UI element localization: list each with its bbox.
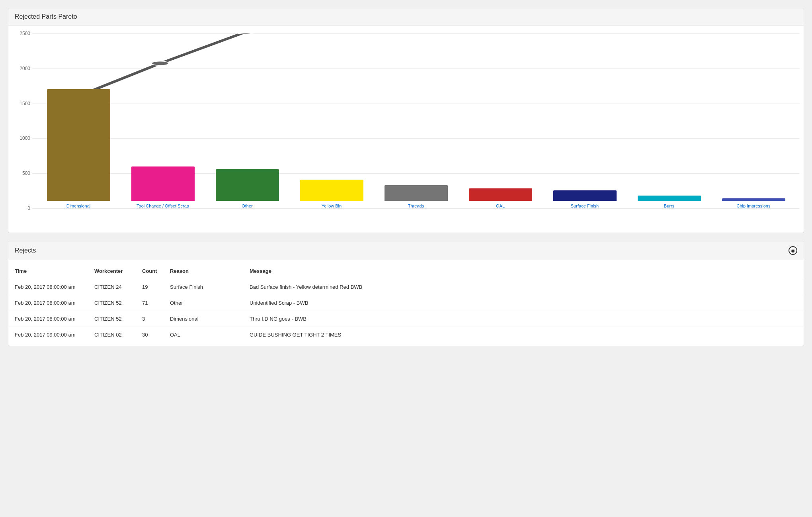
bar-burrs <box>638 196 701 201</box>
rejects-table-body: Feb 20, 2017 08:00:00 amCITIZEN 2419Surf… <box>8 279 804 343</box>
cell-workcenter: CITIZEN 52 <box>88 311 136 327</box>
table-row: Feb 20, 2017 09:00:00 amCITIZEN 0230OALG… <box>8 327 804 343</box>
bar-other <box>216 169 279 201</box>
pareto-chart-card: Rejected Parts Pareto Rejected Parts 250… <box>8 8 804 233</box>
cell-message: Bad Surface finish - Yellow determined R… <box>243 279 804 295</box>
rejects-table-title: Rejects <box>15 247 36 254</box>
cell-time: Feb 20, 2017 08:00:00 am <box>8 279 88 295</box>
bar-label-threads[interactable]: Threads <box>408 203 424 209</box>
cell-reason: Surface Finish <box>164 279 243 295</box>
cell-reason: Other <box>164 295 243 311</box>
bar-group-dimensional: Dimensional <box>36 33 121 209</box>
cell-message: Thru I.D NG goes - BWB <box>243 311 804 327</box>
bar-chip-impressions <box>722 198 785 201</box>
bars-area: DimensionalTool Change / Offset ScrapOth… <box>32 33 800 209</box>
cell-time: Feb 20, 2017 08:00:00 am <box>8 295 88 311</box>
chart-area: 2500 2000 1500 1000 500 0 DimensionalToo… <box>32 33 800 229</box>
bar-label-tool-change-/-offset-scrap[interactable]: Tool Change / Offset Scrap <box>137 203 189 209</box>
th-workcenter: Workcenter <box>88 263 136 279</box>
cell-count: 3 <box>136 311 164 327</box>
bar-group-tool-change-/-offset-scrap: Tool Change / Offset Scrap <box>121 33 205 209</box>
bar-group-chip-impressions: Chip Impressions <box>711 33 796 209</box>
bar-group-other: Other <box>205 33 289 209</box>
bar-label-other[interactable]: Other <box>242 203 253 209</box>
pareto-chart-header: Rejected Parts Pareto <box>8 8 804 25</box>
rejects-table-card: Rejects ◉ Time Workcenter Count Reason M… <box>8 241 804 346</box>
cell-reason: Dimensional <box>164 311 243 327</box>
pareto-chart-title: Rejected Parts Pareto <box>15 13 77 20</box>
cell-workcenter: CITIZEN 02 <box>88 327 136 343</box>
cell-time: Feb 20, 2017 09:00:00 am <box>8 327 88 343</box>
bar-yellow-bin <box>300 180 363 200</box>
bar-label-surface-finish[interactable]: Surface Finish <box>571 203 599 209</box>
bar-group-threads: Threads <box>374 33 458 209</box>
bar-group-burrs: Burrs <box>627 33 711 209</box>
bar-label-chip-impressions[interactable]: Chip Impressions <box>737 203 771 209</box>
cell-workcenter: CITIZEN 24 <box>88 279 136 295</box>
rejects-table: Time Workcenter Count Reason Message Feb… <box>8 263 804 343</box>
bar-label-oal[interactable]: OAL <box>496 203 505 209</box>
rejects-table-header: Rejects ◉ <box>8 241 804 260</box>
cell-message: GUIDE BUSHING GET TIGHT 2 TIMES <box>243 327 804 343</box>
cell-count: 71 <box>136 295 164 311</box>
bar-tool-change-/-offset-scrap <box>131 166 195 201</box>
download-icon[interactable]: ◉ <box>789 246 797 255</box>
cell-reason: OAL <box>164 327 243 343</box>
cell-message: Unidentified Scrap - BWB <box>243 295 804 311</box>
bar-label-yellow-bin[interactable]: Yellow Bin <box>322 203 342 209</box>
bar-dimensional <box>47 89 110 200</box>
chart-container: Rejected Parts 2500 2000 1500 1000 500 0… <box>8 25 804 233</box>
cell-count: 30 <box>136 327 164 343</box>
bar-label-burrs[interactable]: Burrs <box>664 203 674 209</box>
th-reason: Reason <box>164 263 243 279</box>
cell-time: Feb 20, 2017 08:00:00 am <box>8 311 88 327</box>
bar-group-yellow-bin: Yellow Bin <box>289 33 374 209</box>
table-row: Feb 20, 2017 08:00:00 amCITIZEN 523Dimen… <box>8 311 804 327</box>
bar-threads <box>385 185 448 200</box>
bar-surface-finish <box>553 190 617 200</box>
bar-label-dimensional[interactable]: Dimensional <box>66 203 91 209</box>
table-row: Feb 20, 2017 08:00:00 amCITIZEN 5271Othe… <box>8 295 804 311</box>
bar-group-oal: OAL <box>458 33 543 209</box>
rejects-table-wrapper: Time Workcenter Count Reason Message Feb… <box>8 260 804 346</box>
table-row: Feb 20, 2017 08:00:00 amCITIZEN 2419Surf… <box>8 279 804 295</box>
th-message: Message <box>243 263 804 279</box>
table-header-row: Time Workcenter Count Reason Message <box>8 263 804 279</box>
cell-count: 19 <box>136 279 164 295</box>
cell-workcenter: CITIZEN 52 <box>88 295 136 311</box>
th-time: Time <box>8 263 88 279</box>
bar-group-surface-finish: Surface Finish <box>543 33 627 209</box>
bar-oal <box>469 188 532 201</box>
th-count: Count <box>136 263 164 279</box>
